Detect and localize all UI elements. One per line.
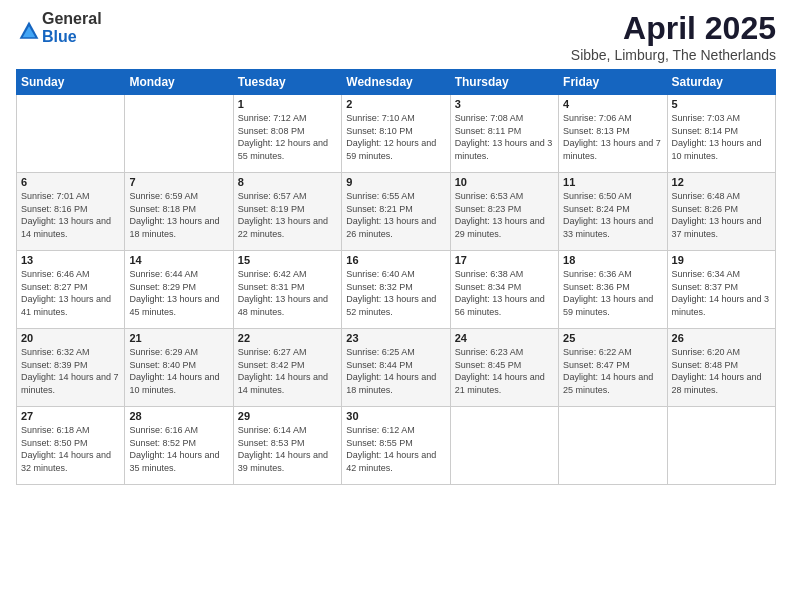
- day-of-week-header: Monday: [125, 70, 233, 95]
- calendar-cell: 27Sunrise: 6:18 AM Sunset: 8:50 PM Dayli…: [17, 407, 125, 485]
- day-info: Sunrise: 7:08 AM Sunset: 8:11 PM Dayligh…: [455, 112, 554, 162]
- calendar-cell: 17Sunrise: 6:38 AM Sunset: 8:34 PM Dayli…: [450, 251, 558, 329]
- calendar-cell: 30Sunrise: 6:12 AM Sunset: 8:55 PM Dayli…: [342, 407, 450, 485]
- day-info: Sunrise: 6:27 AM Sunset: 8:42 PM Dayligh…: [238, 346, 337, 396]
- day-info: Sunrise: 6:12 AM Sunset: 8:55 PM Dayligh…: [346, 424, 445, 474]
- calendar-cell: 20Sunrise: 6:32 AM Sunset: 8:39 PM Dayli…: [17, 329, 125, 407]
- calendar-cell: 25Sunrise: 6:22 AM Sunset: 8:47 PM Dayli…: [559, 329, 667, 407]
- calendar-cell: 11Sunrise: 6:50 AM Sunset: 8:24 PM Dayli…: [559, 173, 667, 251]
- calendar-cell: [17, 95, 125, 173]
- calendar-cell: 7Sunrise: 6:59 AM Sunset: 8:18 PM Daylig…: [125, 173, 233, 251]
- day-number: 19: [672, 254, 771, 266]
- day-number: 6: [21, 176, 120, 188]
- day-info: Sunrise: 6:53 AM Sunset: 8:23 PM Dayligh…: [455, 190, 554, 240]
- day-info: Sunrise: 6:23 AM Sunset: 8:45 PM Dayligh…: [455, 346, 554, 396]
- day-number: 1: [238, 98, 337, 110]
- day-info: Sunrise: 6:55 AM Sunset: 8:21 PM Dayligh…: [346, 190, 445, 240]
- day-info: Sunrise: 6:34 AM Sunset: 8:37 PM Dayligh…: [672, 268, 771, 318]
- day-info: Sunrise: 6:42 AM Sunset: 8:31 PM Dayligh…: [238, 268, 337, 318]
- calendar-week-row: 6Sunrise: 7:01 AM Sunset: 8:16 PM Daylig…: [17, 173, 776, 251]
- calendar-cell: 6Sunrise: 7:01 AM Sunset: 8:16 PM Daylig…: [17, 173, 125, 251]
- day-info: Sunrise: 6:22 AM Sunset: 8:47 PM Dayligh…: [563, 346, 662, 396]
- day-info: Sunrise: 7:12 AM Sunset: 8:08 PM Dayligh…: [238, 112, 337, 162]
- day-info: Sunrise: 7:10 AM Sunset: 8:10 PM Dayligh…: [346, 112, 445, 162]
- day-number: 14: [129, 254, 228, 266]
- day-number: 11: [563, 176, 662, 188]
- day-number: 28: [129, 410, 228, 422]
- day-info: Sunrise: 6:48 AM Sunset: 8:26 PM Dayligh…: [672, 190, 771, 240]
- logo-icon: [18, 20, 40, 42]
- calendar-cell: 5Sunrise: 7:03 AM Sunset: 8:14 PM Daylig…: [667, 95, 775, 173]
- calendar-cell: [559, 407, 667, 485]
- day-of-week-header: Thursday: [450, 70, 558, 95]
- day-info: Sunrise: 6:20 AM Sunset: 8:48 PM Dayligh…: [672, 346, 771, 396]
- day-number: 25: [563, 332, 662, 344]
- day-of-week-header: Sunday: [17, 70, 125, 95]
- day-info: Sunrise: 6:38 AM Sunset: 8:34 PM Dayligh…: [455, 268, 554, 318]
- day-info: Sunrise: 6:46 AM Sunset: 8:27 PM Dayligh…: [21, 268, 120, 318]
- day-info: Sunrise: 6:18 AM Sunset: 8:50 PM Dayligh…: [21, 424, 120, 474]
- day-of-week-header: Friday: [559, 70, 667, 95]
- logo-text: General Blue: [42, 10, 102, 46]
- calendar-cell: 16Sunrise: 6:40 AM Sunset: 8:32 PM Dayli…: [342, 251, 450, 329]
- day-info: Sunrise: 7:01 AM Sunset: 8:16 PM Dayligh…: [21, 190, 120, 240]
- calendar-cell: [450, 407, 558, 485]
- day-info: Sunrise: 7:03 AM Sunset: 8:14 PM Dayligh…: [672, 112, 771, 162]
- calendar-cell: 2Sunrise: 7:10 AM Sunset: 8:10 PM Daylig…: [342, 95, 450, 173]
- day-of-week-header: Wednesday: [342, 70, 450, 95]
- calendar-cell: 28Sunrise: 6:16 AM Sunset: 8:52 PM Dayli…: [125, 407, 233, 485]
- calendar-week-row: 27Sunrise: 6:18 AM Sunset: 8:50 PM Dayli…: [17, 407, 776, 485]
- calendar-cell: 29Sunrise: 6:14 AM Sunset: 8:53 PM Dayli…: [233, 407, 341, 485]
- calendar: SundayMondayTuesdayWednesdayThursdayFrid…: [16, 69, 776, 485]
- day-info: Sunrise: 6:25 AM Sunset: 8:44 PM Dayligh…: [346, 346, 445, 396]
- calendar-cell: 23Sunrise: 6:25 AM Sunset: 8:44 PM Dayli…: [342, 329, 450, 407]
- calendar-cell: 21Sunrise: 6:29 AM Sunset: 8:40 PM Dayli…: [125, 329, 233, 407]
- day-number: 15: [238, 254, 337, 266]
- day-number: 26: [672, 332, 771, 344]
- calendar-cell: 14Sunrise: 6:44 AM Sunset: 8:29 PM Dayli…: [125, 251, 233, 329]
- day-info: Sunrise: 6:36 AM Sunset: 8:36 PM Dayligh…: [563, 268, 662, 318]
- calendar-header-row: SundayMondayTuesdayWednesdayThursdayFrid…: [17, 70, 776, 95]
- day-number: 13: [21, 254, 120, 266]
- day-info: Sunrise: 6:29 AM Sunset: 8:40 PM Dayligh…: [129, 346, 228, 396]
- day-number: 16: [346, 254, 445, 266]
- day-number: 3: [455, 98, 554, 110]
- calendar-cell: 18Sunrise: 6:36 AM Sunset: 8:36 PM Dayli…: [559, 251, 667, 329]
- day-number: 29: [238, 410, 337, 422]
- calendar-cell: 8Sunrise: 6:57 AM Sunset: 8:19 PM Daylig…: [233, 173, 341, 251]
- title-block: April 2025 Sibbe, Limburg, The Netherlan…: [571, 10, 776, 63]
- day-info: Sunrise: 6:16 AM Sunset: 8:52 PM Dayligh…: [129, 424, 228, 474]
- day-info: Sunrise: 6:40 AM Sunset: 8:32 PM Dayligh…: [346, 268, 445, 318]
- day-info: Sunrise: 6:32 AM Sunset: 8:39 PM Dayligh…: [21, 346, 120, 396]
- calendar-cell: 1Sunrise: 7:12 AM Sunset: 8:08 PM Daylig…: [233, 95, 341, 173]
- day-number: 30: [346, 410, 445, 422]
- header: General Blue April 2025 Sibbe, Limburg, …: [16, 10, 776, 63]
- day-info: Sunrise: 6:50 AM Sunset: 8:24 PM Dayligh…: [563, 190, 662, 240]
- day-number: 10: [455, 176, 554, 188]
- calendar-cell: 9Sunrise: 6:55 AM Sunset: 8:21 PM Daylig…: [342, 173, 450, 251]
- day-number: 27: [21, 410, 120, 422]
- day-number: 8: [238, 176, 337, 188]
- calendar-cell: 12Sunrise: 6:48 AM Sunset: 8:26 PM Dayli…: [667, 173, 775, 251]
- page: General Blue April 2025 Sibbe, Limburg, …: [0, 0, 792, 612]
- day-number: 5: [672, 98, 771, 110]
- day-info: Sunrise: 6:59 AM Sunset: 8:18 PM Dayligh…: [129, 190, 228, 240]
- day-info: Sunrise: 7:06 AM Sunset: 8:13 PM Dayligh…: [563, 112, 662, 162]
- day-of-week-header: Tuesday: [233, 70, 341, 95]
- calendar-cell: [667, 407, 775, 485]
- logo: General Blue: [16, 10, 102, 46]
- day-number: 18: [563, 254, 662, 266]
- day-number: 2: [346, 98, 445, 110]
- calendar-cell: 19Sunrise: 6:34 AM Sunset: 8:37 PM Dayli…: [667, 251, 775, 329]
- day-number: 24: [455, 332, 554, 344]
- calendar-cell: 10Sunrise: 6:53 AM Sunset: 8:23 PM Dayli…: [450, 173, 558, 251]
- day-number: 4: [563, 98, 662, 110]
- calendar-cell: 22Sunrise: 6:27 AM Sunset: 8:42 PM Dayli…: [233, 329, 341, 407]
- calendar-cell: 26Sunrise: 6:20 AM Sunset: 8:48 PM Dayli…: [667, 329, 775, 407]
- calendar-cell: 15Sunrise: 6:42 AM Sunset: 8:31 PM Dayli…: [233, 251, 341, 329]
- calendar-cell: [125, 95, 233, 173]
- day-of-week-header: Saturday: [667, 70, 775, 95]
- day-number: 7: [129, 176, 228, 188]
- day-info: Sunrise: 6:44 AM Sunset: 8:29 PM Dayligh…: [129, 268, 228, 318]
- day-number: 20: [21, 332, 120, 344]
